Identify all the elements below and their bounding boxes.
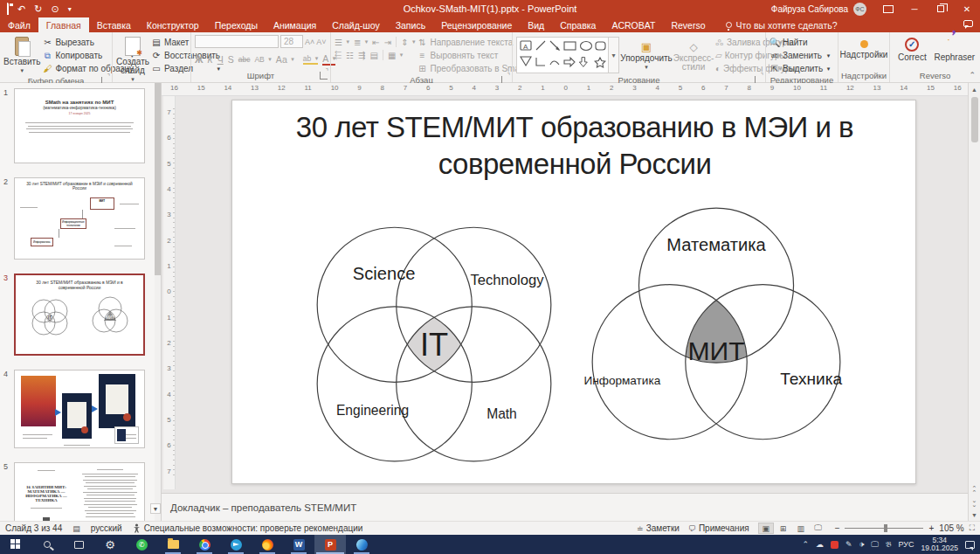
align-left-button[interactable]: ⬱ bbox=[335, 50, 342, 60]
taskbar-telegram-button[interactable] bbox=[220, 535, 252, 554]
numbering-button[interactable]: ≣ bbox=[354, 38, 368, 47]
quick-styles-button[interactable]: ◇ Экспресс- стили bbox=[673, 35, 714, 72]
bluetooth-icon[interactable]: 𝔅 bbox=[886, 540, 892, 550]
strikethrough-button[interactable]: abc bbox=[238, 55, 251, 64]
scroll-down-button[interactable]: ▼ bbox=[969, 509, 980, 521]
font-dialog-launcher[interactable] bbox=[320, 72, 328, 80]
tab-reverso[interactable]: Reverso bbox=[663, 17, 713, 32]
align-right-button[interactable]: ⇶ bbox=[358, 51, 365, 60]
vertical-scrollbar[interactable]: ▲ ⌃⌃ ⌄⌄ ▼ bbox=[968, 83, 980, 521]
char-spacing-button[interactable]: АВ bbox=[254, 55, 271, 64]
action-center-icon[interactable] bbox=[965, 541, 975, 549]
align-center-button[interactable]: ☷ bbox=[346, 51, 354, 60]
reading-view-button[interactable]: ▥ bbox=[793, 523, 809, 534]
taskbar-search-button[interactable] bbox=[31, 535, 63, 554]
network-icon[interactable]: 🖵 bbox=[871, 540, 879, 550]
taskbar-explorer-button[interactable] bbox=[157, 535, 189, 554]
tab-home[interactable]: Главная bbox=[38, 17, 89, 32]
slide-sorter-view-button[interactable]: ⊞ bbox=[776, 523, 791, 534]
line-spacing-button[interactable]: ⇕ bbox=[401, 38, 415, 47]
new-slide-button[interactable]: Создать слайд▾ bbox=[116, 35, 149, 84]
venn-diagram-stem[interactable]: Science Technology Engineering Math IT bbox=[293, 195, 575, 469]
notes-pane[interactable]: Докладчик – преподаватель STEM/МИТ bbox=[162, 493, 968, 521]
correct-button[interactable]: ✓ Correct bbox=[894, 35, 931, 62]
undo-button[interactable]: ↶ bbox=[17, 3, 25, 15]
accessibility-checker[interactable]: Специальные возможности: проверьте реком… bbox=[133, 523, 363, 533]
italic-button[interactable]: К bbox=[208, 54, 213, 65]
slide-2-thumbnail[interactable]: 30 лет STEM/МИТ образование в МЭИ и совр… bbox=[14, 177, 145, 260]
slide-canvas[interactable]: 765432101234567 30 лет STEM/МИТ образова… bbox=[162, 96, 968, 489]
zoom-slider-knob[interactable] bbox=[884, 524, 887, 532]
text-shadow-button[interactable]: S bbox=[228, 54, 234, 65]
bold-button[interactable]: Ж bbox=[195, 54, 204, 65]
recording-icon[interactable] bbox=[831, 541, 839, 549]
fit-to-window-button[interactable]: ⛶ bbox=[970, 523, 975, 533]
change-case-button[interactable]: Аа bbox=[276, 54, 294, 65]
volume-icon[interactable]: 🕩 bbox=[859, 540, 865, 550]
panel-scrollbar-thumb[interactable] bbox=[155, 83, 161, 275]
ribbon-display-options-button[interactable] bbox=[875, 0, 901, 17]
language-switcher[interactable]: РУС bbox=[898, 540, 914, 549]
taskbar-whatsapp-button[interactable]: ✆ bbox=[126, 535, 157, 554]
venn-diagram-mit[interactable]: Математика Информатика Техника МИТ bbox=[571, 195, 861, 469]
tab-view[interactable]: Вид bbox=[520, 17, 552, 32]
taskbar-firefox-button[interactable] bbox=[252, 535, 283, 554]
previous-slide-button[interactable]: ⌃⌃ bbox=[969, 484, 980, 496]
tab-design[interactable]: Конструктор bbox=[139, 17, 207, 32]
tab-transitions[interactable]: Переходы bbox=[207, 17, 266, 32]
avatar[interactable]: ФС bbox=[853, 3, 866, 16]
slide-title-textbox[interactable]: 30 лет STEM/МИТ образованию в МЭИ и в со… bbox=[269, 109, 880, 183]
redo-button[interactable]: ↻ bbox=[34, 3, 42, 15]
tab-review[interactable]: Рецензирование bbox=[433, 17, 520, 32]
notes-toggle-button[interactable]: ≐Заметки bbox=[637, 523, 680, 533]
slide-1-thumbnail[interactable]: SMath на занятиях по МИТ (математика-инф… bbox=[14, 88, 145, 163]
quick-access-customize-button[interactable]: ▾ bbox=[68, 5, 72, 13]
bullets-button[interactable]: ☰ bbox=[335, 38, 349, 47]
start-button[interactable] bbox=[0, 535, 31, 554]
taskbar-edge-button[interactable] bbox=[346, 535, 377, 554]
slide-5-thumbnail[interactable]: 16 ЗАНЯТИЙ МИТ: МАТЕМАТИКА — ИНФОРМАТИКА… bbox=[14, 462, 145, 521]
font-name-input[interactable] bbox=[195, 35, 279, 48]
tab-animations[interactable]: Анимация bbox=[266, 17, 324, 32]
slide-3-thumbnail[interactable]: 30 лет STEM/МИТ образованию в МЭИ и в со… bbox=[14, 274, 145, 356]
zoom-level[interactable]: 105 % bbox=[939, 523, 963, 533]
select-button[interactable]: ⇱Выделить bbox=[770, 63, 830, 74]
tab-slideshow[interactable]: Слайд-шоу bbox=[324, 17, 387, 32]
panel-scroll-down-button[interactable]: ▼ bbox=[150, 503, 161, 514]
underline-button[interactable]: Ч bbox=[217, 54, 224, 65]
restore-button[interactable] bbox=[928, 0, 954, 17]
spellcheck-icon[interactable]: ▤ bbox=[72, 524, 80, 533]
tab-help[interactable]: Справка bbox=[552, 17, 604, 32]
highlight-color-button[interactable]: ab bbox=[303, 54, 318, 65]
rephraser-button[interactable]: Rephraser bbox=[933, 35, 977, 62]
panel-scrollbar[interactable] bbox=[155, 83, 161, 521]
zoom-in-button[interactable]: + bbox=[928, 523, 934, 533]
decrease-indent-button[interactable]: ⇤ bbox=[372, 38, 379, 47]
shrink-font-button[interactable]: А˅ bbox=[316, 38, 326, 46]
comments-icon[interactable] bbox=[963, 20, 973, 27]
tab-insert[interactable]: Вставка bbox=[89, 17, 139, 32]
tab-acrobat[interactable]: ACROBAT bbox=[604, 17, 663, 32]
clock[interactable]: 5:34 19.01.2025 bbox=[921, 537, 958, 552]
shapes-gallery[interactable]: А bbox=[516, 37, 609, 73]
zoom-slider[interactable] bbox=[845, 528, 923, 529]
slide-editing-area[interactable]: 30 лет STEM/МИТ образованию в МЭИ и в со… bbox=[231, 100, 916, 484]
save-button[interactable] bbox=[7, 3, 9, 14]
slide-4-thumbnail[interactable] bbox=[14, 370, 145, 448]
tell-me-search[interactable]: Что вы хотите сделать? bbox=[726, 17, 838, 32]
zoom-out-button[interactable]: − bbox=[835, 523, 840, 533]
justify-button[interactable]: ▤ bbox=[369, 51, 377, 60]
task-view-button[interactable] bbox=[63, 535, 94, 554]
find-button[interactable]: 🔍Найти bbox=[770, 37, 830, 48]
tab-file[interactable]: Файл bbox=[0, 17, 38, 32]
tray-overflow-chevron[interactable]: ⌃ bbox=[802, 540, 809, 549]
touch-mode-button[interactable]: ⊙ bbox=[51, 3, 59, 15]
minimize-button[interactable]: ─ bbox=[901, 0, 928, 17]
arrange-button[interactable]: ▣ Упорядочить▾ bbox=[621, 35, 672, 72]
onedrive-icon[interactable]: ☁ bbox=[816, 540, 824, 549]
slide-counter[interactable]: Слайд 3 из 44 bbox=[5, 523, 62, 533]
shapes-gallery-more-button[interactable]: ▾ bbox=[609, 37, 619, 73]
language-indicator[interactable]: русский bbox=[91, 523, 122, 533]
next-slide-button[interactable]: ⌄⌄ bbox=[969, 496, 980, 509]
grow-font-button[interactable]: А˄ bbox=[305, 38, 314, 46]
